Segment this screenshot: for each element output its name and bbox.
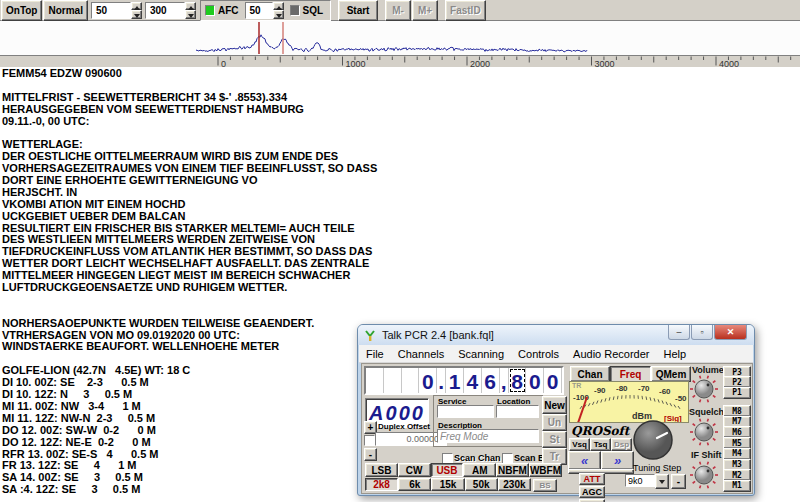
toggle-att[interactable]: ATT	[579, 473, 605, 485]
squelch-label: Squelch	[689, 407, 724, 417]
freq-digit[interactable]: .	[437, 368, 446, 393]
step-up-button[interactable]: »	[601, 451, 634, 470]
mode-usb[interactable]: USB	[431, 463, 464, 477]
freq-digit[interactable]: 8	[509, 368, 527, 393]
freq-digit[interactable]: 4	[464, 368, 482, 393]
filter-50k[interactable]: 50k	[465, 478, 498, 491]
location-field[interactable]	[496, 405, 539, 418]
spin-down-icon[interactable]	[273, 10, 284, 19]
freq-digit[interactable]: 0	[526, 368, 544, 393]
tuning-knob[interactable]	[632, 419, 674, 461]
menu-channels[interactable]: Channels	[391, 347, 451, 361]
st-button[interactable]: St	[542, 431, 567, 448]
freq-digit[interactable]: 0	[544, 368, 562, 393]
normal-button[interactable]: Normal	[43, 0, 87, 21]
duplex-checkbox[interactable]	[364, 435, 375, 446]
filter-6k[interactable]: 6k	[398, 478, 431, 491]
spin-down-icon[interactable]	[185, 10, 196, 19]
freq-digit[interactable]	[384, 368, 402, 393]
svg-text:1000: 1000	[346, 59, 366, 69]
sql-label[interactable]: SQL	[303, 5, 324, 16]
bs-button[interactable]: BS	[533, 479, 557, 492]
afc-sql-group: AFC 50 SQL	[200, 0, 331, 21]
window-title: Talk PCR 2.4 [bank.fql]	[382, 329, 494, 341]
close-button[interactable]: ✕	[714, 325, 747, 340]
filter-15k[interactable]: 15k	[431, 478, 464, 491]
volume-knob[interactable]	[689, 374, 719, 404]
freq-digit[interactable]: 1	[446, 368, 464, 393]
memory-plus-button[interactable]: M+	[412, 0, 438, 21]
memory-minus-button[interactable]: M-	[385, 0, 411, 21]
sql-level-value[interactable]: 50	[245, 2, 273, 19]
afc-label[interactable]: AFC	[218, 5, 239, 16]
meter-arc	[570, 382, 689, 423]
if-shift-knob[interactable]	[689, 460, 719, 490]
spectrum-display[interactable]	[0, 21, 800, 55]
p-button-p1[interactable]: P1	[723, 387, 751, 399]
menu-audio-recorder[interactable]: Audio Recorder	[566, 347, 656, 361]
spin-up-icon[interactable]	[185, 2, 196, 11]
mode-nbfm[interactable]: NBFM	[496, 463, 529, 477]
freq-digit[interactable]	[366, 368, 384, 393]
sql-level-spinner[interactable]: 50	[245, 2, 284, 19]
new-button[interactable]: New	[542, 396, 567, 414]
toggle-grid: ATTAGCAFCNB	[579, 473, 631, 496]
terminal-line: LUFTDRUCKGEOENSAETZE UND RUHIGEM WETTER.	[0, 282, 800, 294]
start-button[interactable]: Start	[338, 0, 378, 21]
spin-up-icon[interactable]	[273, 2, 284, 11]
toggle-agc[interactable]: AGC	[579, 486, 605, 498]
minimize-button[interactable]: –	[668, 325, 690, 340]
svg-text:0: 0	[221, 59, 226, 69]
freq-digit[interactable]: ,	[500, 368, 509, 393]
sq-vsq[interactable]: Vsq	[569, 438, 590, 451]
app-icon	[364, 329, 377, 342]
tuning-step-select[interactable]: 9k0	[625, 474, 655, 487]
squelch-knob[interactable]	[689, 417, 719, 447]
mode-wbfm[interactable]: WBFM	[529, 463, 562, 477]
filter-230k[interactable]: 230k	[498, 478, 531, 491]
duplex-offset-label: Duplex Offset	[378, 422, 430, 431]
ontop-button[interactable]: OnTop	[1, 0, 42, 21]
sq-dsp[interactable]: Dsp	[611, 438, 632, 451]
spin-up-icon[interactable]	[131, 2, 142, 11]
sql-led-icon	[290, 5, 300, 16]
duplex-minus-button[interactable]: -	[364, 448, 377, 461]
sq-tsq[interactable]: Tsq	[590, 438, 611, 451]
mode-am[interactable]: AM	[463, 463, 496, 477]
shift-value[interactable]: 300	[145, 2, 185, 19]
scan-chan-label: Scan Chan	[454, 453, 501, 463]
pcr-titlebar[interactable]: Talk PCR 2.4 [bank.fql] – ▫ ✕	[358, 325, 754, 345]
svg-text:4000: 4000	[719, 59, 739, 69]
maximize-button[interactable]: ▫	[691, 325, 713, 340]
shift-spinner[interactable]: 300	[145, 2, 196, 19]
menu-file[interactable]: File	[359, 347, 391, 361]
service-field[interactable]	[437, 405, 494, 418]
mark-freq-spinner[interactable]: 50	[91, 2, 142, 19]
freq-digit[interactable]: 0	[419, 368, 437, 393]
chan-tab-button[interactable]: Chan	[570, 366, 610, 382]
tuning-step-dropdown-button[interactable]	[655, 474, 669, 489]
qmem-tab-button[interactable]: QMem	[651, 366, 691, 382]
menu-scanning[interactable]: Scanning	[451, 347, 511, 361]
mode-cw[interactable]: CW	[398, 463, 431, 477]
mode-lsb[interactable]: LSB	[365, 463, 398, 477]
freq-tab-button[interactable]: Freq	[610, 366, 651, 382]
freq-digit[interactable]	[402, 368, 420, 393]
un-button[interactable]: Un	[542, 414, 567, 431]
mode-row: LSBCWUSBAMNBFMWBFM	[365, 463, 562, 477]
description-field[interactable]	[437, 429, 539, 443]
step-up-icon: »	[614, 453, 621, 468]
tuning-minus-button[interactable]: -	[671, 474, 686, 489]
svg-text:3000: 3000	[595, 59, 615, 69]
menu-controls[interactable]: Controls	[511, 347, 566, 361]
menu-help[interactable]: Help	[657, 347, 694, 361]
mark-freq-value[interactable]: 50	[91, 2, 131, 19]
frequency-display[interactable]: 0.146,800	[364, 366, 564, 395]
filter-2k8[interactable]: 2k8	[365, 478, 398, 491]
terminal-line: 09.11.-0, 00 UTC:	[0, 116, 800, 128]
squelch-mode-row: VsqTsqDsp	[569, 438, 632, 451]
m-button-m1[interactable]: M1	[723, 480, 751, 492]
fastid-button[interactable]: FastID	[445, 0, 486, 21]
freq-digit[interactable]: 6	[482, 368, 500, 393]
spin-down-icon[interactable]	[131, 10, 142, 19]
